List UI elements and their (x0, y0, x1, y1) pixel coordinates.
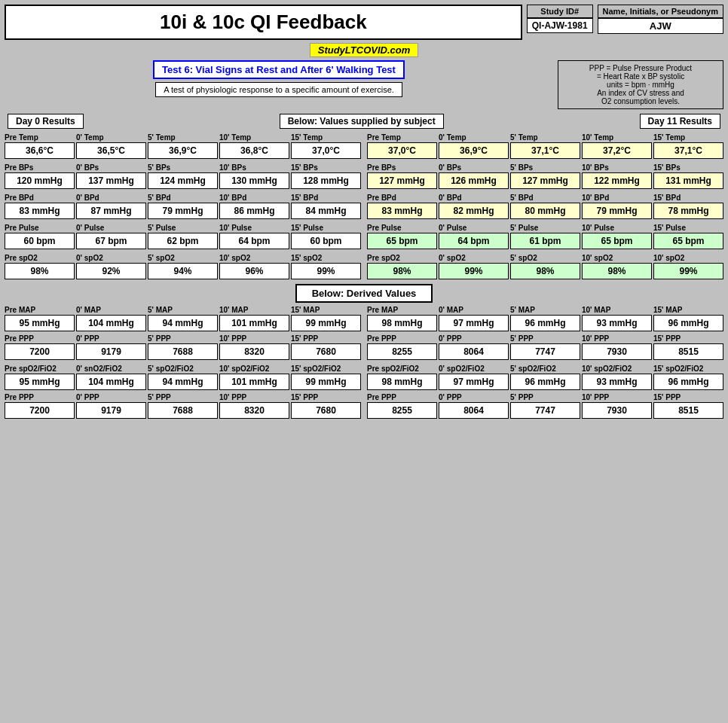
d11-bps-2: 5' BPs 127 mmHg (510, 163, 580, 189)
d11-spo2-2: 5' spO2 98% (510, 254, 580, 279)
d11-spo2fio2-3: 10' spO2/FiO2 93 mmHg (582, 365, 652, 390)
day0-header: Day 0 Results (8, 114, 84, 129)
d11-bpd-3: 10' BPd 79 mmHg (582, 194, 652, 219)
bps-row: Pre BPs 120 mmHg 0' BPs 137 mmHg 5' BPs … (5, 163, 723, 189)
d0-pulse-0: Pre Pulse 60 bpm (5, 224, 75, 249)
study-id-value: QI-AJW-1981 (527, 18, 593, 33)
d0-bps-2: 5' BPs 124 mmHg (148, 163, 218, 189)
d11-spo2-3: 10' spO2 98% (582, 254, 652, 279)
d0-ppp2-0: Pre PPP 7200 (5, 393, 75, 419)
test-title: Test 6: Vial Signs at Rest and After 6' … (153, 60, 405, 79)
derived-values-header: Below: Derived Values (295, 284, 433, 303)
d11-bpd-0: Pre BPd 83 mmHg (367, 194, 437, 219)
d11-spo2fio2-2: 5' spO2/FiO2 96 mmHg (510, 365, 580, 390)
d11-spo2fio2-1: 0' spO2/FiO2 97 mmHg (439, 365, 509, 390)
d11-temp-0: Pre Temp 37,0°C (367, 133, 437, 159)
test-subtitle: A test of physiologic response to a spec… (155, 82, 402, 97)
d0-bpd-4: 15' BPd 84 mmHg (291, 194, 361, 219)
bpd-row: Pre BPd 83 mmHg 0' BPd 87 mmHg 5' BPd 79… (5, 194, 723, 219)
page-title: 10i & 10c QI Feedback (5, 5, 522, 40)
d0-spo2fio2-1: 0' snO2/FiO2 104 mmHg (76, 365, 146, 390)
d11-ppp2-0: Pre PPP 8255 (367, 393, 437, 419)
name-value: AJW (598, 18, 723, 34)
temp-row: Pre Temp 36,6°C 0' Temp 36,5°C 5' Temp 3… (5, 133, 723, 159)
d11-pulse-0: Pre Pulse 65 bpm (367, 224, 437, 249)
d11-bps-3: 10' BPs 122 mmHg (582, 163, 652, 189)
d11-bpd-4: 15' BPd 78 mmHg (653, 194, 723, 219)
d0-map-1: 0' MAP 104 mmHg (76, 306, 146, 331)
d11-ppp-1: 0' PPP 8064 (439, 334, 509, 360)
d0-ppp2-4: 15' PPP 7680 (291, 393, 361, 419)
ppp2-row: Pre PPP 7200 0' PPP 9179 5' PPP 7688 10'… (5, 393, 723, 419)
d0-bpd-2: 5' BPd 79 mmHg (148, 194, 218, 219)
d11-pulse-1: 0' Pulse 64 bpm (439, 224, 509, 249)
d0-spo2-0: Pre spO2 98% (5, 254, 75, 279)
d0-temp-0: Pre Temp 36,6°C (5, 133, 75, 159)
subject-values-header: Below: Values supplied by subject (280, 114, 444, 129)
d11-ppp-2: 5' PPP 7747 (510, 334, 580, 360)
d0-temp-3: 10' Temp 36,8°C (219, 133, 289, 159)
d11-ppp-4: 15' PPP 8515 (653, 334, 723, 360)
d11-bps-4: 15' BPs 131 mmHg (653, 163, 723, 189)
d0-ppp2-1: 0' PPP 9179 (76, 393, 146, 419)
ppp-row: Pre PPP 7200 0' PPP 9179 5' PPP 7688 10'… (5, 334, 723, 360)
website-label: StudyLTCOVID.com (310, 43, 419, 57)
d0-map-0: Pre MAP 95 mmHg (5, 306, 75, 331)
d0-spo2-1: 0' spO2 92% (76, 254, 146, 279)
d11-spo2-0: Pre spO2 98% (367, 254, 437, 279)
day11-header: Day 11 Results (640, 114, 720, 129)
d11-spo2fio2-0: Pre spO2/FiO2 98 mmHg (367, 365, 437, 390)
pulse-row: Pre Pulse 60 bpm 0' Pulse 67 bpm 5' Puls… (5, 224, 723, 249)
d11-spo2-4: 10' spO2 99% (653, 254, 723, 279)
d0-spo2-3: 10' spO2 96% (219, 254, 289, 279)
d11-ppp2-1: 0' PPP 8064 (439, 393, 509, 419)
d0-pulse-2: 5' Pulse 62 bpm (148, 224, 218, 249)
d0-spo2-4: 15' spO2 99% (291, 254, 361, 279)
d11-spo2-1: 0' spO2 99% (439, 254, 509, 279)
d0-map-2: 5' MAP 94 mmHg (148, 306, 218, 331)
d0-ppp-3: 10' PPP 8320 (219, 334, 289, 360)
d11-ppp2-2: 5' PPP 7747 (510, 393, 580, 419)
d0-temp-1: 0' Temp 36,5°C (76, 133, 146, 159)
d11-ppp-0: Pre PPP 8255 (367, 334, 437, 360)
d0-spo2fio2-2: 5' spO2/FiO2 94 mmHg (148, 365, 218, 390)
map-row: Pre MAP 95 mmHg 0' MAP 104 mmHg 5' MAP 9… (5, 306, 723, 331)
d0-bpd-0: Pre BPd 83 mmHg (5, 194, 75, 219)
d11-map-4: 15' MAP 96 mmHg (653, 306, 723, 331)
d0-ppp-1: 0' PPP 9179 (76, 334, 146, 360)
d0-pulse-4: 15' Pulse 60 bpm (291, 224, 361, 249)
d11-bpd-1: 0' BPd 82 mmHg (439, 194, 509, 219)
d0-spo2fio2-4: 15' spO2/FiO2 99 mmHg (291, 365, 361, 390)
d0-pulse-3: 10' Pulse 64 bpm (219, 224, 289, 249)
d0-ppp2-2: 5' PPP 7688 (148, 393, 218, 419)
d0-spo2fio2-3: 10' spO2/FiO2 101 mmHg (219, 365, 289, 390)
d11-bpd-2: 5' BPd 80 mmHg (510, 194, 580, 219)
d11-pulse-3: 10' Pulse 65 bpm (582, 224, 652, 249)
d11-spo2fio2-4: 15' spO2/FiO2 96 mmHg (653, 365, 723, 390)
d11-map-2: 5' MAP 96 mmHg (510, 306, 580, 331)
d11-bps-1: 0' BPs 126 mmHg (439, 163, 509, 189)
d0-ppp-4: 15' PPP 7680 (291, 334, 361, 360)
d0-temp-2: 5' Temp 36,9°C (148, 133, 218, 159)
d0-ppp-2: 5' PPP 7688 (148, 334, 218, 360)
d0-bps-0: Pre BPs 120 mmHg (5, 163, 75, 189)
d0-ppp-0: Pre PPP 7200 (5, 334, 75, 360)
d0-bps-4: 15' BPs 128 mmHg (291, 163, 361, 189)
d11-temp-3: 10' Temp 37,2°C (582, 133, 652, 159)
ppp-info: PPP = Pulse Pressure Product = Heart Rat… (558, 60, 723, 109)
d0-spo2fio2-0: Pre spO2/FiO2 95 mmHg (5, 365, 75, 390)
d0-temp-4: 15' Temp 37,0°C (291, 133, 361, 159)
d0-bps-3: 10' BPs 130 mmHg (219, 163, 289, 189)
d0-ppp2-3: 10' PPP 8320 (219, 393, 289, 419)
d0-pulse-1: 0' Pulse 67 bpm (76, 224, 146, 249)
d11-map-0: Pre MAP 98 mmHg (367, 306, 437, 331)
d11-ppp-3: 10' PPP 7930 (582, 334, 652, 360)
d11-temp-2: 5' Temp 37,1°C (510, 133, 580, 159)
spo2-row: Pre spO2 98% 0' spO2 92% 5' spO2 94% 10'… (5, 254, 723, 279)
d11-pulse-4: 15' Pulse 65 bpm (653, 224, 723, 249)
d0-map-3: 10' MAP 101 mmHg (219, 306, 289, 331)
d11-temp-4: 15' Temp 37,1°C (653, 133, 723, 159)
study-id-label: Study ID# (527, 5, 593, 18)
d11-ppp2-4: 15' PPP 8515 (653, 393, 723, 419)
d0-map-4: 15' MAP 99 mmHg (291, 306, 361, 331)
